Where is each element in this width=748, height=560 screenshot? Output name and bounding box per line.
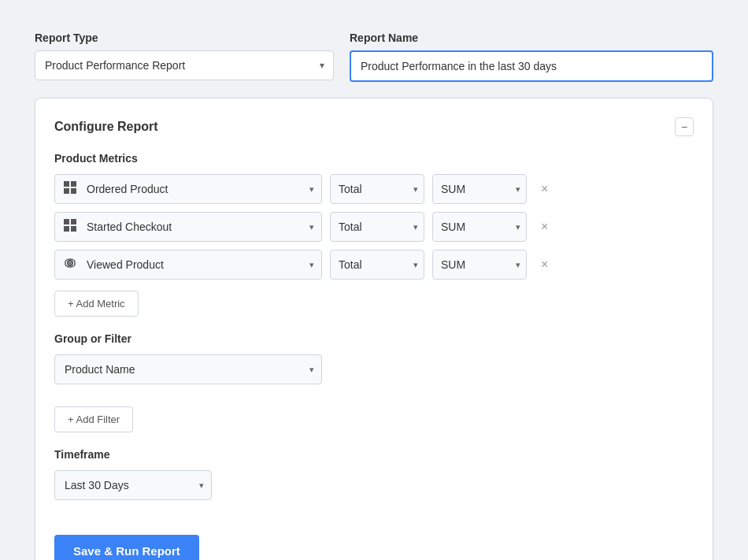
report-type-group: Report Type Product Performance Report S…	[35, 32, 334, 80]
viewed-product-select[interactable]: Viewed Product Ordered Product Started C…	[54, 250, 322, 280]
add-filter-button[interactable]: + Add Filter	[54, 406, 133, 432]
started-checkout-agg2-select[interactable]: SUM AVG COUNT	[432, 212, 527, 242]
started-checkout-select-wrapper: Started Checkout Ordered Product Viewed …	[54, 212, 322, 242]
report-type-label: Report Type	[35, 32, 334, 44]
timeframe-select[interactable]: Last 7 Days Last 30 Days Last 90 Days La…	[54, 470, 212, 500]
viewed-product-agg2-wrapper: SUM AVG COUNT ▾	[432, 250, 527, 280]
collapse-icon: −	[681, 121, 687, 133]
ordered-product-agg1-select[interactable]: Total Average Count	[330, 174, 424, 204]
viewed-product-remove-button[interactable]: ×	[535, 255, 554, 274]
timeframe-label: Timeframe	[54, 448, 694, 461]
page-container: Report Type Product Performance Report S…	[16, 16, 732, 560]
card-header: Configure Report −	[54, 117, 694, 136]
filter-select[interactable]: Product Name Category SKU	[54, 354, 322, 384]
metric-row-viewed-product: Viewed Product Ordered Product Started C…	[54, 250, 694, 280]
viewed-product-agg1-wrapper: Total Average Count ▾	[330, 250, 424, 280]
report-name-label: Report Name	[350, 32, 713, 44]
ordered-product-agg2-wrapper: SUM AVG COUNT ▾	[432, 174, 527, 204]
configure-card-title: Configure Report	[54, 120, 158, 134]
started-checkout-remove-button[interactable]: ×	[535, 217, 554, 236]
group-filter-section: Group or Filter Product Name Category SK…	[54, 332, 694, 432]
ordered-product-agg2-select[interactable]: SUM AVG COUNT	[432, 174, 527, 204]
metric-row-started-checkout: Started Checkout Ordered Product Viewed …	[54, 212, 694, 242]
ordered-product-agg1-wrapper: Total Average Count ▾	[330, 174, 424, 204]
started-checkout-select[interactable]: Started Checkout Ordered Product Viewed …	[54, 212, 322, 242]
timeframe-select-wrapper: Last 7 Days Last 30 Days Last 90 Days La…	[54, 470, 212, 500]
started-checkout-agg2-wrapper: SUM AVG COUNT ▾	[432, 212, 527, 242]
report-name-group: Report Name	[350, 32, 713, 82]
report-type-select[interactable]: Product Performance Report Sales Report …	[35, 50, 334, 80]
ordered-product-select-wrapper: Ordered Product Started Checkout Viewed …	[54, 174, 322, 204]
ordered-product-remove-button[interactable]: ×	[535, 180, 554, 198]
started-checkout-agg1-select[interactable]: Total Average Count	[330, 212, 424, 242]
report-name-input[interactable]	[350, 50, 713, 82]
configure-card: Configure Report − Product Metrics	[35, 98, 713, 560]
started-checkout-agg1-wrapper: Total Average Count ▾	[330, 212, 424, 242]
metric-row-ordered-product: Ordered Product Started Checkout Viewed …	[54, 174, 694, 204]
save-run-report-button[interactable]: Save & Run Report	[54, 535, 199, 560]
top-section: Report Type Product Performance Report S…	[35, 32, 713, 82]
group-filter-label: Group or Filter	[54, 332, 694, 345]
metrics-section-label: Product Metrics	[54, 152, 694, 165]
viewed-product-select-wrapper: Viewed Product Ordered Product Started C…	[54, 250, 322, 280]
timeframe-section: Timeframe Last 7 Days Last 30 Days Last …	[54, 448, 694, 500]
viewed-product-agg2-select[interactable]: SUM AVG COUNT	[432, 250, 527, 280]
ordered-product-select[interactable]: Ordered Product Started Checkout Viewed …	[54, 174, 322, 204]
add-metric-button[interactable]: + Add Metric	[54, 291, 139, 317]
viewed-product-agg1-select[interactable]: Total Average Count	[330, 250, 424, 280]
collapse-button[interactable]: −	[675, 117, 694, 136]
report-type-select-wrapper: Product Performance Report Sales Report …	[35, 50, 334, 80]
filter-select-wrapper: Product Name Category SKU ▾	[54, 354, 322, 384]
